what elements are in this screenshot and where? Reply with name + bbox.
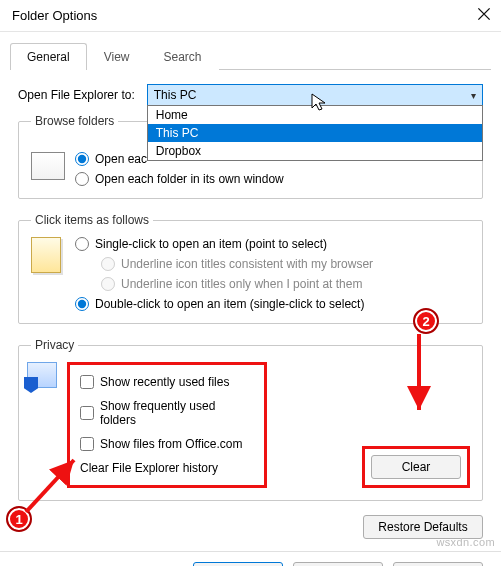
tab-general[interactable]: General	[10, 43, 87, 70]
privacy-icon	[27, 362, 57, 388]
clear-history-label: Clear File Explorer history	[80, 461, 254, 475]
radio-double-click-label: Double-click to open an item (single-cli…	[95, 297, 364, 311]
radio-same-window-label: Open eac	[95, 152, 147, 166]
radio-underline-point-label: Underline icon titles only when I point …	[121, 277, 362, 291]
radio-underline-point: Underline icon titles only when I point …	[101, 277, 470, 291]
window-title: Folder Options	[12, 8, 97, 23]
checkbox-office-files[interactable]: Show files from Office.com	[80, 437, 254, 451]
checkbox-office-files-input[interactable]	[80, 437, 94, 451]
click-pointer-icon	[31, 237, 61, 273]
clear-button[interactable]: Clear	[371, 455, 461, 479]
checkbox-frequent-folders[interactable]: Show frequently used folders	[80, 399, 254, 427]
checkbox-recent-files-input[interactable]	[80, 375, 94, 389]
chevron-down-icon: ▾	[471, 90, 476, 101]
privacy-legend: Privacy	[31, 338, 78, 352]
open-explorer-dropdown: Home This PC Dropbox	[147, 105, 483, 161]
radio-double-click-input[interactable]	[75, 297, 89, 311]
privacy-highlight-box: Show recently used files Show frequently…	[67, 362, 267, 488]
privacy-group: Privacy Show recently used files Show fr…	[18, 338, 483, 501]
radio-own-window[interactable]: Open each folder in its own window	[75, 172, 284, 186]
click-items-group: Click items as follows Single-click to o…	[18, 213, 483, 324]
cursor-icon	[310, 92, 330, 112]
dropdown-item-thispc[interactable]: This PC	[148, 124, 482, 142]
radio-own-window-input[interactable]	[75, 172, 89, 186]
dropdown-item-dropbox[interactable]: Dropbox	[148, 142, 482, 160]
open-explorer-label: Open File Explorer to:	[18, 88, 135, 102]
checkbox-office-files-label: Show files from Office.com	[100, 437, 243, 451]
radio-own-window-label: Open each folder in its own window	[95, 172, 284, 186]
radio-underline-point-input	[101, 277, 115, 291]
checkbox-frequent-folders-input[interactable]	[80, 406, 94, 420]
close-icon[interactable]	[475, 5, 493, 26]
tab-search[interactable]: Search	[147, 43, 219, 70]
titlebar: Folder Options	[0, 0, 501, 32]
cancel-button[interactable]: Cancel	[293, 562, 383, 566]
checkbox-frequent-folders-label: Show frequently used folders	[100, 399, 254, 427]
radio-single-click-input[interactable]	[75, 237, 89, 251]
radio-single-click-label: Single-click to open an item (point to s…	[95, 237, 327, 251]
radio-underline-browser-input	[101, 257, 115, 271]
radio-same-window-input[interactable]	[75, 152, 89, 166]
dialog-button-row: OK Cancel Apply	[0, 551, 501, 566]
annotation-marker-1: 1	[6, 506, 32, 532]
folder-window-icon	[31, 152, 65, 180]
checkbox-recent-files-label: Show recently used files	[100, 375, 229, 389]
clear-button-highlight: Clear	[362, 446, 470, 488]
watermark: wsxdn.com	[436, 536, 495, 548]
tab-view[interactable]: View	[87, 43, 147, 70]
combo-selected: This PC	[154, 88, 197, 102]
click-items-legend: Click items as follows	[31, 213, 153, 227]
checkbox-recent-files[interactable]: Show recently used files	[80, 375, 254, 389]
radio-underline-browser: Underline icon titles consistent with my…	[101, 257, 470, 271]
ok-button[interactable]: OK	[193, 562, 283, 566]
radio-underline-browser-label: Underline icon titles consistent with my…	[121, 257, 373, 271]
browse-folders-legend: Browse folders	[31, 114, 118, 128]
tab-strip: General View Search	[10, 42, 491, 70]
radio-double-click[interactable]: Double-click to open an item (single-cli…	[75, 297, 470, 311]
radio-single-click[interactable]: Single-click to open an item (point to s…	[75, 237, 470, 251]
annotation-marker-2: 2	[413, 308, 439, 334]
apply-button: Apply	[393, 562, 483, 566]
